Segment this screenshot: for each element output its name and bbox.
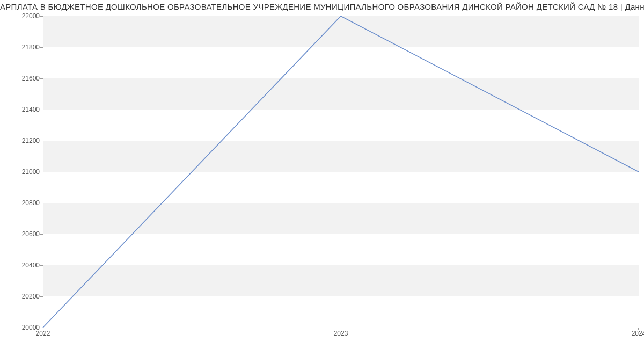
x-tick-label: 2024 [632, 330, 644, 337]
chart-title: АРПЛАТА В БЮДЖЕТНОЕ ДОШКОЛЬНОЕ ОБРАЗОВАТ… [0, 2, 644, 11]
y-tick-label: 20600 [8, 230, 40, 238]
y-tick-label: 20000 [8, 324, 40, 331]
y-tick-label: 21400 [8, 106, 40, 113]
chart-plot-area [43, 16, 639, 328]
y-tick-label: 20200 [8, 293, 40, 300]
y-tick-label: 21600 [8, 75, 40, 82]
x-tick-label: 2023 [334, 330, 348, 337]
y-tick-label: 22000 [8, 12, 40, 20]
y-tick-label: 21800 [8, 43, 40, 51]
x-tick-label: 2022 [36, 330, 50, 337]
y-tick-label: 21000 [8, 168, 40, 176]
y-tick-label: 20400 [8, 261, 40, 269]
y-tick-label: 21200 [8, 137, 40, 144]
data-line [43, 16, 639, 328]
y-tick-label: 20800 [8, 199, 40, 207]
